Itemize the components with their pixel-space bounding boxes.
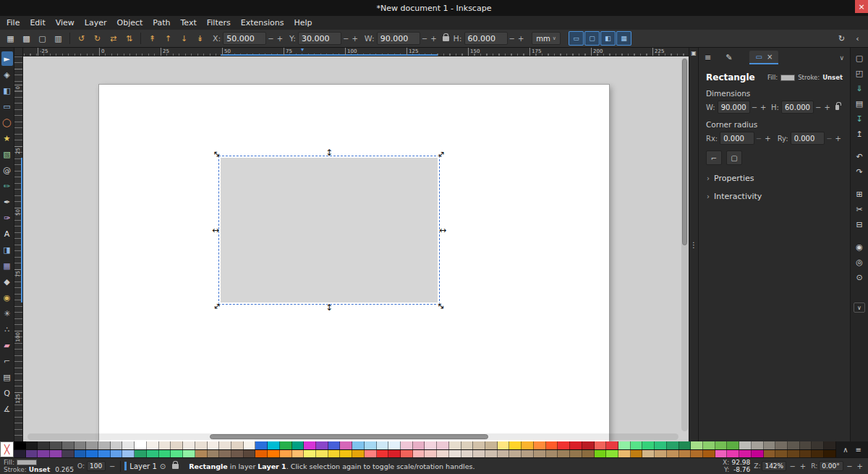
- palette-swatch[interactable]: [449, 441, 461, 449]
- menu-filters[interactable]: Filters: [202, 18, 236, 27]
- palette-swatch[interactable]: [667, 450, 679, 458]
- palette-swatch[interactable]: [147, 450, 159, 458]
- scale-handle-s[interactable]: ↕: [324, 302, 334, 313]
- palette-swatch[interactable]: [425, 441, 437, 449]
- palette-scroll-up-icon[interactable]: ∧: [843, 446, 848, 454]
- palette-swatch[interactable]: [473, 441, 485, 449]
- save-document[interactable]: ⇓: [853, 82, 866, 95]
- redo[interactable]: ↷: [853, 165, 866, 178]
- menu-path[interactable]: Path: [148, 18, 175, 27]
- node-tool[interactable]: ◈: [1, 67, 13, 82]
- height-decrement[interactable]: −: [814, 103, 822, 111]
- interactivity-expander[interactable]: › Interactivity: [707, 192, 843, 201]
- palette-swatch[interactable]: [183, 450, 195, 458]
- palette-swatch[interactable]: [304, 441, 316, 449]
- raise-to-top[interactable]: ↟: [145, 31, 160, 46]
- dialog-edit-icon[interactable]: ✎: [726, 53, 732, 62]
- palette-swatch[interactable]: [14, 441, 26, 449]
- y-decrement[interactable]: −: [341, 35, 350, 43]
- dropper-tool[interactable]: ◆: [1, 274, 13, 289]
- lower-to-bottom[interactable]: ↡: [192, 31, 208, 46]
- zoom-decrement[interactable]: −: [788, 462, 796, 470]
- width-decrement[interactable]: −: [750, 103, 759, 111]
- menu-file[interactable]: File: [1, 18, 25, 27]
- palette-swatch[interactable]: [498, 450, 510, 458]
- selector-tool[interactable]: ►: [1, 51, 13, 66]
- spray-tool[interactable]: ∴: [1, 322, 13, 337]
- star-tool[interactable]: ★: [1, 131, 13, 145]
- zoom-input[interactable]: 142%: [762, 461, 786, 471]
- vertical-scrollbar[interactable]: [681, 58, 688, 431]
- palette-swatch[interactable]: [401, 441, 413, 449]
- palette-swatch[interactable]: [534, 441, 546, 449]
- h-decrement[interactable]: −: [508, 35, 516, 43]
- palette-swatch[interactable]: [437, 441, 449, 449]
- dock-fill-swatch[interactable]: [780, 75, 795, 81]
- shape-builder-tool[interactable]: ◧: [1, 83, 13, 98]
- height-input[interactable]: 60.000: [781, 101, 814, 114]
- scale-handle-n[interactable]: ↕: [324, 148, 334, 158]
- palette-swatch[interactable]: [437, 450, 449, 458]
- palette-swatch[interactable]: [413, 450, 425, 458]
- palette-swatch[interactable]: [159, 450, 171, 458]
- palette-swatch[interactable]: [280, 450, 292, 458]
- palette-swatch[interactable]: [558, 441, 570, 449]
- palette-swatch[interactable]: [292, 450, 305, 458]
- palette-swatch[interactable]: [328, 450, 341, 458]
- zoom-selection[interactable]: ◉: [853, 240, 866, 253]
- ellipse-tool[interactable]: ◯: [1, 115, 13, 130]
- palette-swatch[interactable]: [691, 441, 703, 449]
- palette-swatch[interactable]: [111, 441, 123, 449]
- palette-swatch[interactable]: [509, 441, 522, 449]
- ruler-corner[interactable]: [14, 48, 23, 56]
- palette-swatch[interactable]: [679, 450, 692, 458]
- undo-history[interactable]: ↻: [834, 31, 849, 46]
- palette-swatch[interactable]: [642, 441, 655, 449]
- palette-swatch[interactable]: [231, 441, 244, 449]
- palette-swatch[interactable]: [122, 441, 135, 449]
- menu-view[interactable]: View: [51, 18, 80, 27]
- palette-swatch[interactable]: [824, 441, 836, 449]
- rx-increment[interactable]: +: [763, 135, 772, 143]
- palette-swatch[interactable]: [727, 450, 739, 458]
- copy[interactable]: ⊞: [853, 187, 866, 200]
- zoom-drawing[interactable]: ◎: [853, 255, 866, 268]
- palette-swatch[interactable]: [365, 441, 377, 449]
- palette-swatch[interactable]: [546, 450, 558, 458]
- open-document[interactable]: ◰: [853, 67, 866, 80]
- palette-swatch[interactable]: [788, 450, 800, 458]
- palette-swatch[interactable]: [498, 441, 510, 449]
- palette-swatch[interactable]: [667, 441, 679, 449]
- rotate-90-cw[interactable]: ↻: [90, 31, 105, 46]
- tweak-tool[interactable]: ✳: [1, 306, 13, 321]
- rectangle-tool[interactable]: ▭: [1, 99, 13, 114]
- measure-tool[interactable]: ∡: [1, 402, 13, 416]
- palette-swatch[interactable]: [75, 450, 87, 458]
- cut[interactable]: ✂: [853, 203, 866, 216]
- palette-swatch[interactable]: [606, 450, 618, 458]
- palette-swatch[interactable]: [606, 441, 618, 449]
- x-increment[interactable]: +: [276, 35, 284, 43]
- palette-swatch[interactable]: [595, 441, 607, 449]
- palette-swatch[interactable]: [26, 441, 38, 449]
- zoom-page[interactable]: ⊙: [853, 271, 866, 284]
- lock-ratio-icon[interactable]: [835, 105, 839, 110]
- zoom-increment[interactable]: +: [799, 462, 807, 470]
- palette-swatch[interactable]: [788, 441, 800, 449]
- palette-swatch[interactable]: [111, 450, 123, 458]
- palette-swatch[interactable]: [183, 441, 195, 449]
- palette-swatch[interactable]: [485, 441, 498, 449]
- palette-swatch[interactable]: [159, 441, 171, 449]
- y-input[interactable]: 30.000: [298, 32, 341, 45]
- palette-swatch[interactable]: [473, 450, 485, 458]
- commands-overflow-button[interactable]: ∨: [854, 302, 865, 313]
- palette-swatch[interactable]: [401, 450, 413, 458]
- import-image[interactable]: ↧: [853, 112, 866, 125]
- ry-increment[interactable]: +: [834, 135, 843, 143]
- palette-swatch[interactable]: [365, 450, 377, 458]
- mesh-gradient-tool[interactable]: ▦: [1, 258, 13, 273]
- palette-swatch[interactable]: [304, 450, 316, 458]
- palette-swatch[interactable]: [255, 441, 268, 449]
- palette-swatch[interactable]: [50, 441, 62, 449]
- palette-swatch[interactable]: [800, 441, 812, 449]
